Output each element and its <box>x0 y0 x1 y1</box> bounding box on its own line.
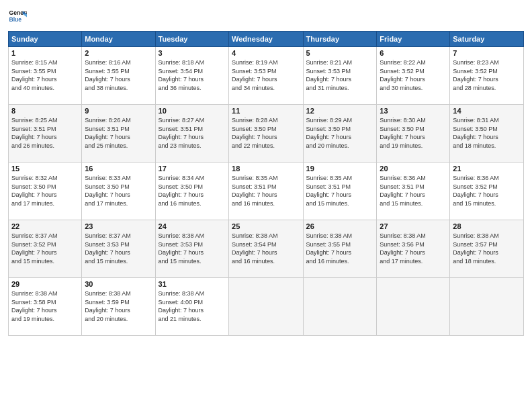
day-info: Sunrise: 8:18 AMSunset: 3:54 PMDaylight:… <box>159 58 226 92</box>
calendar-cell: 17Sunrise: 8:34 AMSunset: 3:50 PMDayligh… <box>155 163 228 220</box>
page-container: General Blue SundayMondayTuesdayWednesda… <box>0 0 532 411</box>
page-header: General Blue <box>8 7 524 26</box>
calendar-cell: 3Sunrise: 8:18 AMSunset: 3:54 PMDaylight… <box>155 47 228 105</box>
day-info: Sunrise: 8:38 AMSunset: 3:54 PMDaylight:… <box>232 232 300 265</box>
logo-icon: General Blue <box>8 7 27 26</box>
weekday-header-wednesday: Wednesday <box>229 32 303 47</box>
day-number: 18 <box>232 165 300 173</box>
day-number: 20 <box>380 165 447 173</box>
day-number: 17 <box>159 165 226 173</box>
day-info: Sunrise: 8:15 AMSunset: 3:55 PMDaylight:… <box>11 58 79 92</box>
calendar-cell: 18Sunrise: 8:35 AMSunset: 3:51 PMDayligh… <box>229 163 303 220</box>
calendar-cell: 4Sunrise: 8:19 AMSunset: 3:53 PMDaylight… <box>229 47 303 105</box>
day-number: 27 <box>380 222 447 230</box>
calendar-cell: 20Sunrise: 8:36 AMSunset: 3:51 PMDayligh… <box>377 163 450 220</box>
weekday-header-saturday: Saturday <box>450 32 524 47</box>
calendar-table: SundayMondayTuesdayWednesdayThursdayFrid… <box>8 31 524 336</box>
calendar-cell: 24Sunrise: 8:38 AMSunset: 3:53 PMDayligh… <box>155 220 228 278</box>
day-info: Sunrise: 8:38 AMSunset: 3:58 PMDaylight:… <box>11 289 79 323</box>
day-info: Sunrise: 8:35 AMSunset: 3:51 PMDaylight:… <box>232 174 300 208</box>
day-info: Sunrise: 8:22 AMSunset: 3:52 PMDaylight:… <box>380 58 447 92</box>
calendar-week-5: 29Sunrise: 8:38 AMSunset: 3:58 PMDayligh… <box>9 278 524 336</box>
day-number: 31 <box>159 280 226 288</box>
day-info: Sunrise: 8:32 AMSunset: 3:50 PMDaylight:… <box>11 174 79 208</box>
day-number: 30 <box>85 280 152 288</box>
weekday-header-tuesday: Tuesday <box>155 32 228 47</box>
day-info: Sunrise: 8:31 AMSunset: 3:50 PMDaylight:… <box>453 116 521 150</box>
day-info: Sunrise: 8:21 AMSunset: 3:53 PMDaylight:… <box>306 58 374 92</box>
day-number: 15 <box>11 165 79 173</box>
day-number: 21 <box>453 165 521 173</box>
logo: General Blue <box>8 7 27 26</box>
day-info: Sunrise: 8:36 AMSunset: 3:51 PMDaylight:… <box>380 174 447 208</box>
svg-text:Blue: Blue <box>9 16 22 23</box>
day-info: Sunrise: 8:28 AMSunset: 3:50 PMDaylight:… <box>232 116 300 150</box>
weekday-header-thursday: Thursday <box>303 32 377 47</box>
calendar-cell: 11Sunrise: 8:28 AMSunset: 3:50 PMDayligh… <box>229 105 303 163</box>
day-info: Sunrise: 8:33 AMSunset: 3:50 PMDaylight:… <box>85 174 152 208</box>
calendar-cell: 30Sunrise: 8:38 AMSunset: 3:59 PMDayligh… <box>82 278 155 336</box>
calendar-cell: 9Sunrise: 8:26 AMSunset: 3:51 PMDaylight… <box>82 105 155 163</box>
calendar-cell: 1Sunrise: 8:15 AMSunset: 3:55 PMDaylight… <box>9 47 82 105</box>
day-number: 23 <box>85 222 152 230</box>
day-info: Sunrise: 8:38 AMSunset: 3:53 PMDaylight:… <box>159 232 226 265</box>
day-number: 13 <box>380 107 447 115</box>
day-number: 8 <box>11 107 79 115</box>
calendar-cell: 26Sunrise: 8:38 AMSunset: 3:55 PMDayligh… <box>303 220 377 278</box>
calendar-cell: 12Sunrise: 8:29 AMSunset: 3:50 PMDayligh… <box>303 105 377 163</box>
day-info: Sunrise: 8:29 AMSunset: 3:50 PMDaylight:… <box>306 116 374 150</box>
day-info: Sunrise: 8:30 AMSunset: 3:50 PMDaylight:… <box>380 116 447 150</box>
day-number: 16 <box>85 165 152 173</box>
weekday-header-monday: Monday <box>82 32 155 47</box>
day-number: 24 <box>159 222 226 230</box>
day-number: 22 <box>11 222 79 230</box>
calendar-cell <box>303 278 377 336</box>
day-info: Sunrise: 8:23 AMSunset: 3:52 PMDaylight:… <box>453 58 521 92</box>
day-info: Sunrise: 8:38 AMSunset: 3:55 PMDaylight:… <box>306 232 374 265</box>
day-info: Sunrise: 8:38 AMSunset: 3:57 PMDaylight:… <box>453 232 521 265</box>
day-info: Sunrise: 8:36 AMSunset: 3:52 PMDaylight:… <box>453 174 521 208</box>
day-number: 4 <box>232 49 300 57</box>
day-number: 10 <box>159 107 226 115</box>
calendar-cell: 8Sunrise: 8:25 AMSunset: 3:51 PMDaylight… <box>9 105 82 163</box>
calendar-cell: 2Sunrise: 8:16 AMSunset: 3:55 PMDaylight… <box>82 47 155 105</box>
calendar-week-3: 15Sunrise: 8:32 AMSunset: 3:50 PMDayligh… <box>9 163 524 220</box>
day-number: 5 <box>306 49 374 57</box>
calendar-cell: 27Sunrise: 8:38 AMSunset: 3:56 PMDayligh… <box>377 220 450 278</box>
day-number: 19 <box>306 165 374 173</box>
calendar-cell: 10Sunrise: 8:27 AMSunset: 3:51 PMDayligh… <box>155 105 228 163</box>
day-number: 12 <box>306 107 374 115</box>
day-number: 14 <box>453 107 521 115</box>
day-info: Sunrise: 8:35 AMSunset: 3:51 PMDaylight:… <box>306 174 374 208</box>
day-number: 1 <box>11 49 79 57</box>
weekday-header-friday: Friday <box>377 32 450 47</box>
calendar-cell <box>229 278 303 336</box>
day-number: 25 <box>232 222 300 230</box>
calendar-cell: 5Sunrise: 8:21 AMSunset: 3:53 PMDaylight… <box>303 47 377 105</box>
day-info: Sunrise: 8:16 AMSunset: 3:55 PMDaylight:… <box>85 58 152 92</box>
calendar-cell <box>450 278 524 336</box>
calendar-week-1: 1Sunrise: 8:15 AMSunset: 3:55 PMDaylight… <box>9 47 524 105</box>
calendar-cell: 14Sunrise: 8:31 AMSunset: 3:50 PMDayligh… <box>450 105 524 163</box>
day-number: 11 <box>232 107 300 115</box>
day-info: Sunrise: 8:27 AMSunset: 3:51 PMDaylight:… <box>159 116 226 150</box>
day-info: Sunrise: 8:37 AMSunset: 3:52 PMDaylight:… <box>11 232 79 265</box>
calendar-cell: 19Sunrise: 8:35 AMSunset: 3:51 PMDayligh… <box>303 163 377 220</box>
day-number: 3 <box>159 49 226 57</box>
day-number: 26 <box>306 222 374 230</box>
day-info: Sunrise: 8:38 AMSunset: 4:00 PMDaylight:… <box>159 289 226 323</box>
day-number: 29 <box>11 280 79 288</box>
day-number: 6 <box>380 49 447 57</box>
calendar-cell: 16Sunrise: 8:33 AMSunset: 3:50 PMDayligh… <box>82 163 155 220</box>
day-info: Sunrise: 8:34 AMSunset: 3:50 PMDaylight:… <box>159 174 226 208</box>
calendar-cell: 15Sunrise: 8:32 AMSunset: 3:50 PMDayligh… <box>9 163 82 220</box>
day-info: Sunrise: 8:37 AMSunset: 3:53 PMDaylight:… <box>85 232 152 265</box>
day-info: Sunrise: 8:25 AMSunset: 3:51 PMDaylight:… <box>11 116 79 150</box>
calendar-week-4: 22Sunrise: 8:37 AMSunset: 3:52 PMDayligh… <box>9 220 524 278</box>
day-info: Sunrise: 8:19 AMSunset: 3:53 PMDaylight:… <box>232 58 300 92</box>
calendar-cell: 7Sunrise: 8:23 AMSunset: 3:52 PMDaylight… <box>450 47 524 105</box>
calendar-cell: 6Sunrise: 8:22 AMSunset: 3:52 PMDaylight… <box>377 47 450 105</box>
calendar-cell: 21Sunrise: 8:36 AMSunset: 3:52 PMDayligh… <box>450 163 524 220</box>
weekday-header-sunday: Sunday <box>9 32 82 47</box>
calendar-cell: 29Sunrise: 8:38 AMSunset: 3:58 PMDayligh… <box>9 278 82 336</box>
